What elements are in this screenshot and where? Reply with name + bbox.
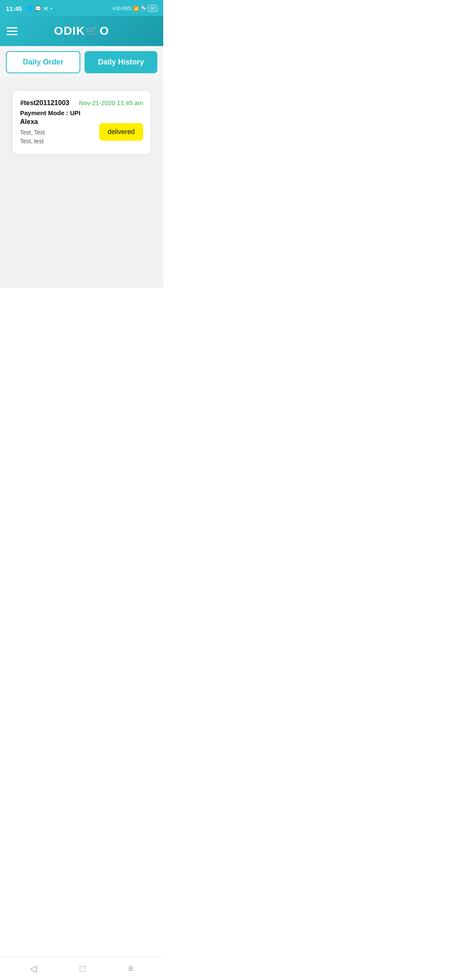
order-top: #test201121003 Nov-21-2020 11:45 am [20, 99, 143, 107]
status-time: 11:45 [6, 5, 22, 12]
order-customer-name: Alexa [20, 118, 80, 126]
wifi-icon: 📶 [133, 6, 139, 11]
dots-icon: • [50, 5, 52, 12]
order-date: Nov-21-2020 11:45 am [79, 99, 143, 106]
signal-icon: 📡 [141, 6, 146, 11]
status-left: 11:45 🌐 💬 ✉ • [6, 5, 52, 12]
order-address-line2: Test, test [20, 137, 80, 146]
order-card: #test201121003 Nov-21-2020 11:45 am Paym… [13, 91, 151, 154]
order-left: Payment Mode : UPI Alexa Test, Test Test… [20, 109, 80, 146]
status-icons-right: 4.00 KB/S 📶 📡 80 [113, 5, 157, 12]
order-payment-mode: Payment Mode : UPI [20, 109, 80, 116]
order-address: Test, Test Test, test [20, 128, 80, 146]
order-id: #test201121003 [20, 99, 69, 107]
delivered-button[interactable]: delivered [99, 123, 143, 141]
hamburger-line-2 [7, 31, 18, 32]
hamburger-line-1 [7, 27, 18, 28]
app-header: ODIK 🛒 O [0, 16, 163, 46]
person-cart-icon: 🛒 [86, 25, 99, 37]
network-speed: 4.00 KB/S [113, 6, 131, 11]
app-title-text: ODIK [54, 24, 85, 38]
content-area: #test201121003 Nov-21-2020 11:45 am Paym… [0, 78, 163, 288]
hamburger-line-3 [7, 34, 18, 35]
mail-icon: ✉ [44, 5, 48, 12]
status-bar: 11:45 🌐 💬 ✉ • 4.00 KB/S 📶 📡 80 [0, 0, 163, 16]
hamburger-menu[interactable] [7, 27, 18, 35]
order-body: Payment Mode : UPI Alexa Test, Test Test… [20, 109, 143, 146]
order-address-line1: Test, Test [20, 128, 80, 137]
app-title: ODIK 🛒 O [54, 24, 109, 38]
tab-daily-order[interactable]: Daily Order [6, 51, 80, 73]
status-icons-left: 🌐 💬 ✉ • [26, 5, 52, 12]
app-title-suffix: O [100, 24, 109, 38]
order-card-outer: #test201121003 Nov-21-2020 11:45 am Paym… [7, 85, 157, 160]
network-icon: 🌐 [26, 5, 33, 12]
tab-container: Daily Order Daily History [0, 46, 163, 78]
tab-daily-history[interactable]: Daily History [85, 51, 157, 73]
whatsapp-icon: 💬 [35, 5, 41, 12]
battery-indicator: 80 [148, 5, 157, 12]
